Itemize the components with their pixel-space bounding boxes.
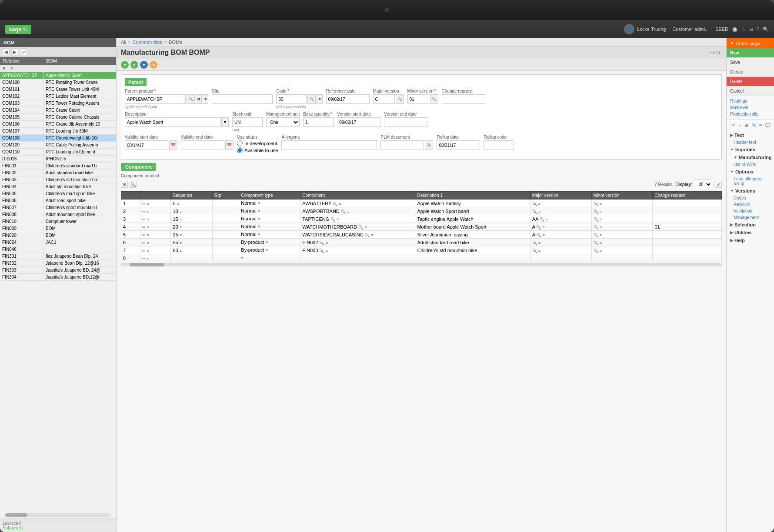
sidebar-item[interactable]: FIN302 Jalapeno Bean Dip, 12@16 <box>0 260 116 267</box>
use-status-available[interactable] <box>237 147 243 153</box>
grid-icon[interactable]: ⊞ <box>749 27 753 32</box>
revision-link[interactable]: Revision <box>727 201 774 208</box>
table-scrollbar[interactable] <box>121 263 722 266</box>
pencil-icon[interactable]: ✏ <box>758 122 764 128</box>
codes-link[interactable]: Codes <box>727 195 774 201</box>
td-component[interactable]: WATCHMOTHERBOARD 🔍 ≡ <box>300 223 415 231</box>
td-change-request[interactable]: 01 <box>653 223 722 231</box>
td-type[interactable]: By-product ▾ <box>239 239 300 246</box>
minor-version-search[interactable]: 🔍 <box>430 94 438 104</box>
sidebar-item[interactable]: COM103 RTC Tower Rotating Assem <box>0 100 116 107</box>
stock-unit-input[interactable]: UN <box>232 117 263 127</box>
utilities-category[interactable]: ▶ Utilities <box>727 229 774 236</box>
management-link[interactable]: Management <box>727 214 774 221</box>
sidebar-item[interactable]: FIN303 Juanita's Jalapeno BD, 24@ <box>0 267 116 274</box>
sidebar-item[interactable]: DIS013 IPHONE 5 <box>0 156 116 163</box>
version-start-date-input[interactable]: 09/02/17 <box>337 117 380 127</box>
validity-start-date-input[interactable]: 08/14/17 <box>125 140 168 150</box>
help-category[interactable]: ▶ Help <box>727 236 774 244</box>
td-sequence[interactable]: 20 ≡ <box>171 223 212 231</box>
home-icon[interactable]: 🏠 <box>732 27 738 32</box>
breadcrumb-common-data[interactable]: Common data <box>133 40 163 45</box>
validity-end-date-calendar[interactable]: 📅 <box>225 140 234 150</box>
td-component[interactable]: FIN003 🔍 ≡ <box>300 246 415 254</box>
td-sequence[interactable]: 10 ≡ <box>171 207 212 215</box>
sidebar-item[interactable]: FIN003 Children's std mountain bik <box>0 176 116 183</box>
sidebar-nav-next[interactable]: ▶ <box>11 48 18 55</box>
cancel-button[interactable]: Cancel <box>727 86 774 96</box>
plm-document-attach[interactable]: 📎 <box>425 140 433 150</box>
sidebar-item[interactable]: APPLEWATCHSP Apple Watch Sport <box>0 72 116 79</box>
row-edit-icon[interactable]: ✏ <box>142 241 146 245</box>
td-component[interactable] <box>300 254 415 262</box>
close-page-btn[interactable]: ✕ Close page <box>727 38 774 48</box>
row-edit-icon[interactable]: ✏ <box>142 202 146 206</box>
text-category[interactable]: ▶ Text <box>727 131 774 139</box>
reference-date-input[interactable]: 09/02/17 <box>326 94 370 104</box>
td-sequence[interactable]: 15 ≡ <box>171 215 212 223</box>
help-icon[interactable]: ? <box>757 27 759 32</box>
sidebar-item[interactable]: COM106 RTC Crane Jib Assembly 20 <box>0 121 116 128</box>
sidebar-item[interactable]: FIN002 Adult standard road bike <box>0 170 116 176</box>
sidebar-item[interactable]: FIN006 Adult road sport bike <box>0 197 116 204</box>
td-type[interactable]: ▾ <box>239 254 300 262</box>
row-detail-icon[interactable]: ≡ <box>147 233 149 237</box>
allergens-input[interactable] <box>281 140 377 150</box>
td-sequence[interactable]: 55 ≡ <box>171 239 212 246</box>
row-edit-icon[interactable]: ✏ <box>142 209 146 214</box>
options-category[interactable]: ▼ Options <box>727 168 774 176</box>
row-edit-icon[interactable]: ✏ <box>142 233 146 237</box>
rollup-date-input[interactable]: 08/31/17 <box>437 140 480 150</box>
td-component[interactable]: AWBATTERY 🔍 ≡ <box>300 200 415 207</box>
sidebar-item[interactable]: FIN005 Children's road sport bike <box>0 190 116 197</box>
td-type[interactable]: Normal ▾ <box>239 200 300 207</box>
refresh-icon[interactable]: ↺ <box>730 122 736 128</box>
arrow-icon[interactable]: → <box>737 122 743 128</box>
table-expand-btn[interactable]: ⤢ <box>715 181 722 188</box>
create-button[interactable]: Create <box>727 67 774 77</box>
manufacturing-category[interactable]: ▼ Manufacturing <box>727 153 774 161</box>
row-detail-icon[interactable]: ≡ <box>147 225 149 229</box>
validity-start-date-calendar[interactable]: 📅 <box>169 140 177 150</box>
table-scroll-thumb[interactable] <box>130 263 164 266</box>
change-request-input[interactable] <box>442 94 485 104</box>
new-button[interactable]: New <box>727 48 774 58</box>
parent-product-search[interactable]: 🔍 <box>187 94 195 104</box>
multilevel-link[interactable]: Multilevel <box>730 104 771 111</box>
row-detail-icon[interactable]: ≡ <box>147 256 149 261</box>
td-sequence[interactable]: 25 ≡ <box>171 231 212 239</box>
site-input[interactable] <box>212 94 273 104</box>
td-sequence[interactable]: 60 ≡ <box>171 246 212 254</box>
sidebar-item[interactable]: COM108 RTC Counterweight Jib 10t <box>0 135 116 142</box>
sidebar-item[interactable]: FIN020 BOM <box>0 232 116 239</box>
list-of-wos-link[interactable]: List of WOs <box>727 161 774 168</box>
action-btn-1[interactable]: ● <box>121 61 129 69</box>
sidebar-item[interactable]: FIN304 Juanita's Jalapeno BD,12@: <box>0 274 116 281</box>
rollup-code-input[interactable] <box>484 140 514 150</box>
selection-category[interactable]: ▶ Selection <box>727 221 774 229</box>
td-type[interactable]: Normal ▾ <box>239 215 300 223</box>
save-button[interactable]: Save <box>727 58 774 67</box>
td-component[interactable]: AWSPORTBAND 🔍 ≡ <box>300 207 415 215</box>
versions-category[interactable]: ▼ Versions <box>727 187 774 195</box>
sidebar-item[interactable]: FIN301 8oz Jalapeno Bean Dip, 24 <box>0 253 116 260</box>
sidebar-item[interactable]: FIN020 BOM <box>0 225 116 232</box>
sidebar-item[interactable]: COM110 RTC Loading Jib Element <box>0 149 116 156</box>
row-edit-icon[interactable]: ✏ <box>142 217 146 222</box>
td-component[interactable]: TAPTICENG 🔍 ≡ <box>300 215 415 223</box>
delete-button[interactable]: Delete <box>727 77 774 86</box>
td-component[interactable]: WATCHSILVERALUCASING 🔍 ≡ <box>300 231 415 239</box>
print-icon[interactable]: 🖨 <box>744 122 750 128</box>
routings-link[interactable]: Routings <box>730 98 771 104</box>
parent-product-detail[interactable]: ≡ <box>203 94 208 104</box>
minor-version-input[interactable]: 01 <box>407 94 429 104</box>
food-allergens-rollup-link[interactable]: Food allergens rollup <box>727 176 774 187</box>
row-detail-icon[interactable]: ≡ <box>147 241 149 245</box>
row-detail-icon[interactable]: ≡ <box>147 217 149 222</box>
sidebar-scrollbar[interactable] <box>5 513 111 517</box>
row-edit-icon[interactable]: ✏ <box>142 225 146 229</box>
validation-link[interactable]: Validation <box>727 208 774 214</box>
sidebar-item[interactable]: COM104 RTC Crane Cabin <box>0 107 116 114</box>
td-type[interactable]: Normal ▾ <box>239 231 300 239</box>
td-sequence[interactable] <box>171 254 212 262</box>
